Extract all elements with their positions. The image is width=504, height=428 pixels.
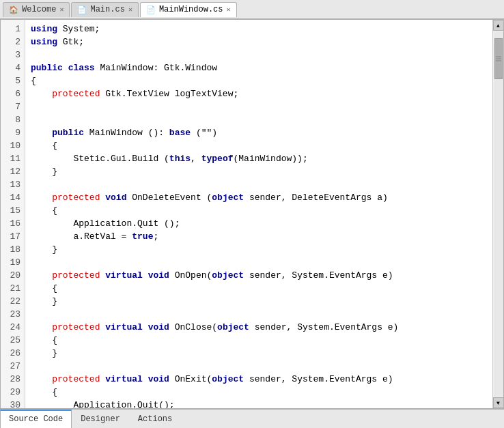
line-number-10: 10: [6, 139, 20, 152]
code-token: {: [31, 141, 57, 151]
code-token: MainWindow ():: [84, 128, 169, 138]
code-line-21: {: [31, 282, 487, 295]
code-token: (MainWindow));: [233, 154, 307, 164]
code-line-7: [31, 100, 487, 113]
code-token: protected: [52, 192, 100, 203]
line-number-5: 5: [6, 74, 20, 87]
code-token: public: [31, 63, 63, 73]
line-number-14: 14: [6, 191, 20, 204]
code-token: void: [148, 270, 169, 281]
code-line-12: }: [31, 165, 487, 178]
code-token: protected: [52, 89, 100, 99]
code-token: [31, 374, 52, 384]
scroll-up-button[interactable]: ▲: [493, 20, 504, 31]
code-token: sender, System.EventArgs e): [249, 322, 398, 332]
line-number-1: 1: [6, 23, 20, 35]
tab-close-icon[interactable]: ✕: [128, 5, 132, 14]
code-token: typeof: [201, 154, 234, 164]
code-token: [143, 374, 148, 384]
code-line-16: Application.Quit ();: [31, 217, 487, 230]
line-number-8: 8: [6, 113, 20, 126]
code-token: OnOpen(: [169, 270, 212, 281]
code-line-27: [31, 360, 487, 373]
code-line-17: a.RetVal = true;: [31, 230, 487, 243]
line-numbers: 1234567891011121314151617181920212223242…: [1, 20, 25, 408]
code-token: using: [31, 37, 57, 47]
code-token: this: [169, 154, 191, 164]
code-token: protected: [52, 270, 100, 281]
line-number-3: 3: [6, 48, 20, 61]
tab-main-cs[interactable]: 📄Main.cs✕: [71, 2, 138, 17]
code-token: a.RetVal =: [31, 231, 132, 242]
code-line-25: {: [31, 334, 487, 347]
code-line-18: }: [31, 243, 487, 256]
title-bar: 🏠Welcome✕📄Main.cs✕📄MainWindow.cs✕: [0, 0, 504, 19]
line-number-25: 25: [6, 334, 20, 347]
code-token: base: [169, 128, 191, 138]
bottom-tab-source[interactable]: Source Code: [0, 410, 72, 429]
scroll-thumb[interactable]: [494, 38, 503, 79]
scroll-track[interactable]: [494, 31, 503, 397]
line-number-6: 6: [6, 87, 20, 100]
code-token: Gtk.TextView logTextView;: [100, 89, 238, 99]
code-line-5: {: [31, 74, 487, 87]
code-line-1: using System;: [31, 23, 487, 35]
code-token: [63, 63, 68, 73]
line-number-4: 4: [6, 61, 20, 74]
line-number-7: 7: [6, 100, 20, 113]
code-token: object: [212, 192, 244, 203]
line-number-9: 9: [6, 126, 20, 139]
code-token: [31, 270, 52, 281]
code-line-23: [31, 308, 487, 321]
line-number-19: 19: [6, 256, 20, 269]
code-line-11: Stetic.Gui.Build (this, typeof(MainWindo…: [31, 152, 487, 165]
scrollbar-area: ▲ ▼: [492, 20, 503, 408]
tab-close-icon[interactable]: ✕: [59, 5, 64, 14]
line-number-16: 16: [6, 217, 20, 230]
code-token: [31, 192, 52, 203]
code-token: Application.Quit ();: [31, 218, 180, 229]
code-line-20: protected virtual void OnOpen(object sen…: [31, 269, 487, 282]
code-token: Application.Quit();: [31, 400, 175, 408]
code-token: void: [105, 192, 126, 203]
code-token: [31, 322, 52, 332]
line-number-26: 26: [6, 347, 20, 360]
tab-close-icon[interactable]: ✕: [227, 5, 231, 14]
line-number-28: 28: [6, 373, 20, 386]
line-number-15: 15: [6, 204, 20, 217]
code-token: class: [68, 63, 95, 73]
bottom-tab-actions[interactable]: Actions: [129, 410, 181, 429]
code-line-28: protected virtual void OnExit(object sen…: [31, 373, 487, 386]
code-token: virtual: [105, 270, 143, 281]
code-line-19: [31, 256, 487, 269]
line-number-13: 13: [6, 178, 20, 191]
tab-label: Main.cs: [90, 5, 124, 14]
bottom-tab-designer[interactable]: Designer: [72, 410, 129, 429]
tab-welcome[interactable]: 🏠Welcome✕: [3, 2, 70, 17]
code-token: }: [31, 167, 57, 177]
code-line-3: [31, 48, 487, 61]
code-token: {: [31, 387, 57, 397]
code-line-29: {: [31, 386, 487, 399]
code-token: object: [217, 322, 249, 332]
code-content[interactable]: using System;using Gtk; public class Mai…: [25, 20, 492, 408]
code-token: MainWindow: Gtk.Window: [95, 63, 217, 73]
code-token: object: [212, 374, 244, 384]
bottom-bar: Source CodeDesignerActions: [0, 409, 504, 428]
code-token: void: [148, 374, 169, 384]
tab-mainwindow-cs[interactable]: 📄MainWindow.cs✕: [140, 2, 237, 17]
code-token: sender, System.EventArgs e): [244, 374, 393, 384]
code-line-30: Application.Quit();: [31, 399, 487, 408]
line-number-18: 18: [6, 243, 20, 256]
code-token: protected: [52, 374, 100, 384]
code-token: public: [52, 128, 84, 138]
line-number-2: 2: [6, 35, 20, 48]
scroll-down-button[interactable]: ▼: [493, 397, 504, 408]
code-token: sender, System.EventArgs e): [244, 270, 393, 281]
line-number-29: 29: [6, 386, 20, 399]
code-token: }: [31, 348, 57, 358]
line-number-17: 17: [6, 230, 20, 243]
code-token: object: [212, 270, 244, 281]
code-token: Stetic.Gui.Build (: [31, 154, 169, 164]
code-token: ,: [191, 154, 201, 164]
